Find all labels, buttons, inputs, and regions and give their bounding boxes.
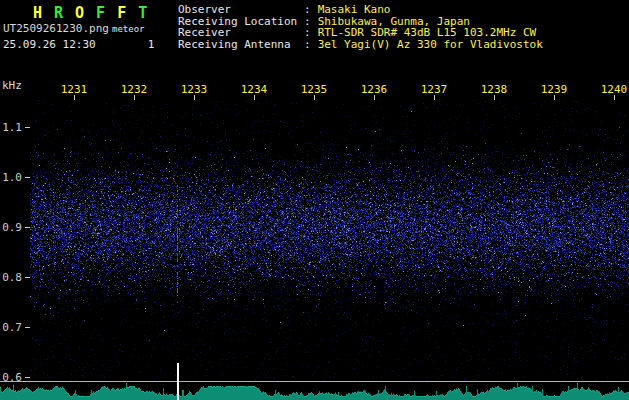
title-letter: F (96, 4, 105, 22)
info-colon: : (304, 39, 311, 51)
info-value: Masaki Kano (318, 4, 391, 16)
title-letter: T (138, 4, 147, 22)
freq-label: 1.0 (0, 171, 22, 184)
info-row: Observer:Masaki Kano (178, 4, 543, 16)
info-label: Observer (178, 4, 304, 16)
title-letter: H (33, 4, 42, 22)
datetime: 25.09.26 12:30 (3, 38, 96, 51)
filename: UT2509261230.png (3, 22, 109, 35)
spectrogram-canvas (30, 100, 629, 381)
file-info: UT2509261230.pngmeteor (3, 22, 144, 35)
y-axis-unit: kHz (2, 79, 22, 92)
title-letter: O (75, 4, 84, 22)
datetime-row: 25.09.26 12:301 (3, 38, 154, 51)
freq-label: 0.8 (0, 271, 22, 284)
page-counter: 1 (148, 38, 155, 51)
signal-level-graph (0, 382, 629, 400)
info-row: Receiving Antenna:3el Yagi(V) Az 330 for… (178, 39, 543, 51)
info-colon: : (304, 4, 311, 16)
freq-label: 1.1 (0, 121, 22, 134)
app-title: HROFFT (33, 4, 159, 22)
info-value: 3el Yagi(V) Az 330 for Vladivostok (318, 39, 543, 51)
meteor-echo-marker (177, 363, 179, 400)
hrofft-window: HROFFT UT2509261230.pngmeteor 25.09.26 1… (0, 0, 629, 400)
freq-label: 0.9 (0, 221, 22, 234)
mode-label: meteor (112, 24, 145, 34)
title-letter: F (117, 4, 126, 22)
observer-info: Observer:Masaki KanoReceiving Location:S… (178, 4, 543, 50)
info-label: Receiving Antenna (178, 39, 304, 51)
freq-label: 0.7 (0, 321, 22, 334)
title-letter: R (54, 4, 63, 22)
